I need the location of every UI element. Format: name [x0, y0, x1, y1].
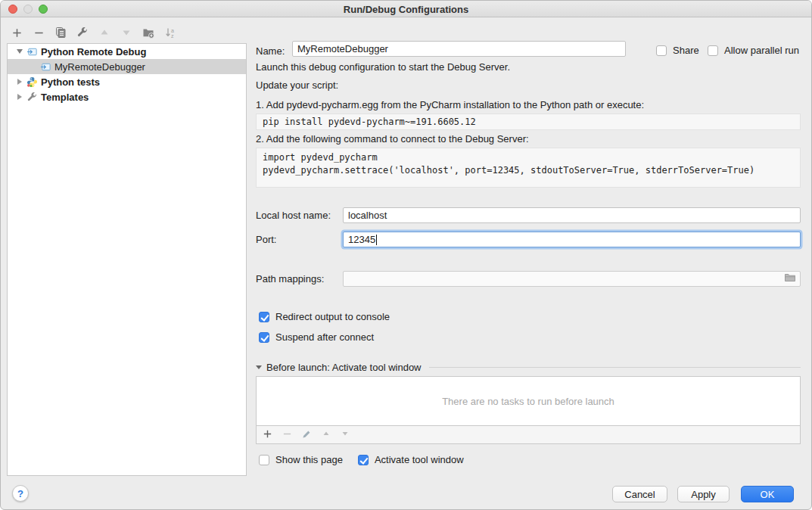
add-configuration-button[interactable]	[10, 26, 23, 39]
move-task-up-button[interactable]	[322, 429, 331, 440]
text-caret	[376, 235, 377, 245]
move-down-icon	[121, 27, 132, 38]
instruction-line-2: Update your script:	[256, 79, 338, 91]
name-input[interactable]	[292, 41, 626, 57]
task-list-toolbar	[256, 426, 801, 444]
move-down-button[interactable]	[120, 26, 133, 39]
svg-text:z: z	[171, 33, 174, 39]
port-value: 12345	[348, 234, 375, 245]
settrace-code-line-2: pydevd_pycharm.settrace('localhost', por…	[263, 164, 794, 177]
move-up-icon	[99, 27, 110, 38]
share-label: Share	[673, 45, 699, 56]
path-mappings-input[interactable]	[343, 271, 801, 287]
title-bar: Run/Debug Configurations	[1, 1, 811, 17]
instruction-line-1: Launch this debug configuration to start…	[256, 61, 510, 73]
path-mappings-row: Path mappings:	[256, 271, 801, 287]
templates-wrench-icon	[26, 91, 38, 103]
pip-install-code-snippet: pip install pydevd-pycharm~=191.6605.12	[256, 114, 801, 130]
edit-task-button[interactable]	[302, 429, 312, 441]
copy-icon	[54, 26, 67, 39]
tree-item-label: MyRemoteDebugger	[54, 61, 145, 73]
cancel-button[interactable]: Cancel	[612, 486, 667, 502]
remove-configuration-button[interactable]	[32, 26, 45, 39]
remote-debug-icon	[26, 45, 38, 58]
settrace-code-line-1: import pydevd_pycharm	[263, 151, 794, 164]
browse-folder-icon[interactable]	[784, 272, 796, 285]
before-launch-header[interactable]: Before launch: Activate tool window	[256, 362, 801, 373]
suspend-after-connect-label: Suspend after connect	[275, 331, 374, 343]
help-button[interactable]: ?	[12, 485, 29, 502]
allow-parallel-run-checkbox[interactable]	[708, 45, 718, 56]
remote-debug-icon	[39, 61, 51, 73]
before-launch-title: Before launch: Activate tool window	[266, 362, 422, 373]
before-launch-task-list: There are no tasks to run before launch	[256, 376, 801, 426]
instruction-step-2: 2. Add the following command to connect …	[256, 133, 529, 145]
python-tests-icon	[26, 76, 38, 88]
local-host-label: Local host name:	[256, 210, 343, 221]
window-title: Run/Debug Configurations	[1, 4, 811, 15]
sort-alphabetically-icon: az	[164, 26, 176, 39]
svg-text:a: a	[171, 28, 174, 33]
share-checkbox-row: Share	[656, 45, 699, 56]
separator-line	[429, 367, 801, 368]
add-icon	[11, 27, 23, 39]
local-host-input[interactable]	[343, 207, 801, 223]
apply-button[interactable]: Apply	[677, 486, 730, 502]
configurations-toolbar: az	[10, 23, 177, 42]
remove-task-button[interactable]	[282, 429, 292, 441]
empty-task-list-message: There are no tasks to run before launch	[442, 396, 614, 407]
port-label: Port:	[256, 234, 343, 245]
page-options-row: Show this page Activate tool window	[259, 454, 464, 465]
redirect-output-label: Redirect output to console	[275, 311, 390, 322]
show-this-page-label: Show this page	[275, 454, 343, 465]
instruction-step-1: 1. Add pydevd-pycharm.egg from the PyCha…	[256, 99, 644, 110]
chevron-right-icon[interactable]	[15, 79, 24, 85]
tree-item-label: Python Remote Debug	[41, 46, 146, 58]
show-this-page-checkbox[interactable]	[259, 455, 269, 465]
tree-item-label: Templates	[41, 92, 89, 103]
add-task-button[interactable]	[263, 429, 272, 441]
allow-parallel-run-label: Allow parallel run	[724, 45, 799, 56]
question-mark-icon: ?	[17, 488, 23, 499]
local-host-row: Local host name:	[256, 207, 801, 223]
copy-configuration-button[interactable]	[54, 26, 67, 39]
new-folder-button[interactable]	[142, 26, 155, 39]
move-task-down-button[interactable]	[341, 429, 350, 440]
activate-tool-window-label: Activate tool window	[375, 454, 464, 465]
name-label: Name:	[256, 45, 285, 57]
tree-item-python-remote-debug[interactable]: Python Remote Debug	[8, 44, 246, 59]
tree-item-label: Python tests	[41, 76, 100, 88]
port-row: Port: 12345	[256, 232, 801, 247]
allow-parallel-run-row: Allow parallel run	[708, 45, 799, 56]
ok-button[interactable]: OK	[741, 486, 794, 502]
activate-tool-window-checkbox[interactable]	[358, 455, 369, 465]
configurations-tree: Python Remote Debug MyRemoteDebugger Pyt…	[7, 43, 247, 476]
edit-defaults-button[interactable]	[76, 26, 89, 39]
suspend-after-connect-checkbox[interactable]	[259, 332, 269, 343]
sort-configurations-button[interactable]: az	[163, 26, 177, 39]
collapse-triangle-icon[interactable]	[256, 365, 262, 369]
share-checkbox[interactable]	[656, 45, 667, 56]
tree-item-myremotedebugger[interactable]: MyRemoteDebugger	[8, 59, 246, 74]
redirect-output-row: Redirect output to console	[259, 311, 390, 322]
new-folder-icon	[142, 26, 154, 39]
run-debug-configurations-dialog: Run/Debug Configurations az	[0, 0, 812, 510]
remove-icon	[33, 27, 45, 39]
chevron-right-icon[interactable]	[15, 94, 24, 100]
wrench-icon	[76, 26, 89, 39]
tree-item-python-tests[interactable]: Python tests	[8, 74, 246, 89]
port-input[interactable]: 12345	[343, 232, 801, 247]
chevron-down-icon[interactable]	[15, 49, 24, 54]
tree-item-templates[interactable]: Templates	[8, 89, 246, 104]
redirect-output-checkbox[interactable]	[259, 312, 269, 322]
move-up-button[interactable]	[98, 26, 111, 39]
configuration-form: Name: Share Allow parallel run Launch th…	[247, 17, 812, 471]
suspend-after-connect-row: Suspend after connect	[259, 331, 374, 343]
settrace-code-snippet: import pydevd_pycharm pydevd_pycharm.set…	[256, 148, 801, 188]
path-mappings-label: Path mappings:	[256, 273, 343, 285]
